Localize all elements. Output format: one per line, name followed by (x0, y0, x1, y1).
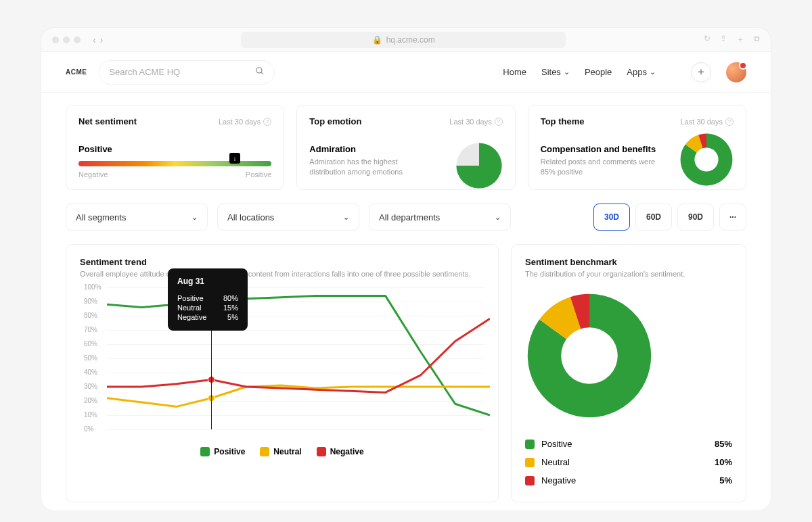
help-icon[interactable]: ? (263, 118, 271, 126)
range-90d[interactable]: 90D (677, 204, 714, 231)
legend-negative: Negative (317, 447, 364, 456)
svg-line-1 (261, 72, 263, 74)
nav-home[interactable]: Home (503, 67, 526, 77)
card-period[interactable]: Last 30 days? (219, 118, 271, 126)
add-button[interactable]: ＋ (691, 62, 711, 82)
chrome-actions: ↻ ⇪ ＋ ⧉ (704, 34, 760, 45)
card-period[interactable]: Last 30 days? (681, 118, 734, 126)
y-tick: 20% (84, 397, 97, 404)
forward-icon[interactable]: › (100, 34, 104, 45)
y-tick: 60% (84, 340, 97, 348)
chevron-down-icon: ⌄ (564, 68, 570, 76)
avatar[interactable] (726, 62, 746, 82)
y-tick: 10% (84, 411, 97, 419)
sentiment-gradient: ↓ (78, 161, 271, 166)
card-net-sentiment: Net sentiment Last 30 days? Positive ↓ N… (66, 105, 284, 190)
filter-locations[interactable]: All locations⌄ (217, 204, 359, 231)
legend-label: Neutral (273, 447, 301, 456)
y-tick: 30% (84, 383, 97, 390)
primary-nav: Home Sites⌄ People Apps⌄ ＋ (503, 62, 746, 82)
plus-icon: ＋ (696, 65, 706, 79)
browser-chrome: ‹ › 🔒 hq.acme.com ↻ ⇪ ＋ ⧉ (41, 27, 771, 51)
net-sentiment-value: Positive (78, 144, 271, 154)
kpi-row: Net sentiment Last 30 days? Positive ↓ N… (66, 105, 746, 190)
app-window: ACME Search ACME HQ Home Sites⌄ People A… (41, 51, 771, 511)
swatch (260, 447, 269, 456)
search-icon (255, 66, 265, 78)
panel-benchmark: Sentiment benchmark The distribution of … (511, 244, 746, 502)
bench-value: 5% (719, 475, 732, 485)
tooltip-row: Negative5% (177, 313, 238, 321)
card-period[interactable]: Last 30 days? (449, 118, 502, 126)
gradient-pos-label: Positive (246, 170, 272, 179)
trend-chart[interactable]: 0%10%20%30%40%50%60%70%80%90%100% 👆 Aug … (84, 287, 484, 443)
new-tab-icon[interactable]: ＋ (736, 34, 744, 45)
panel-trend: Sentiment trend Overall employee attitud… (66, 244, 499, 502)
swatch (200, 447, 210, 456)
theme-desc: Related posts and comments were 85% posi… (541, 157, 656, 178)
swatch (525, 458, 535, 467)
nav-arrows: ‹ › (93, 34, 103, 45)
tooltip-row: Positive80% (177, 294, 238, 302)
history-icon[interactable]: ↻ (704, 34, 710, 45)
panel-title: Sentiment trend (80, 257, 484, 267)
benchmark-donut (525, 291, 654, 420)
period-text: Last 30 days (449, 118, 491, 126)
swatch (525, 440, 535, 449)
bench-label: Negative (541, 475, 576, 485)
traffic-dot (74, 37, 81, 43)
select-value: All locations (227, 212, 274, 222)
help-icon[interactable]: ? (495, 118, 503, 126)
legend-positive: Positive (200, 447, 245, 456)
bench-label: Positive (541, 439, 572, 449)
card-top-emotion: Top emotion Last 30 days? Admiration Adm… (296, 105, 515, 190)
trend-lines (107, 287, 490, 429)
bench-value: 10% (715, 457, 732, 467)
nav-label: Sites (541, 67, 561, 77)
period-text: Last 30 days (681, 118, 723, 126)
emotion-desc: Admiration has the highest distribution … (309, 157, 424, 178)
swatch (317, 447, 326, 456)
benchmark-row: Neutral10% (525, 453, 732, 471)
benchmark-legend: Positive85%Neutral10%Negative5% (525, 435, 732, 490)
filter-segments[interactable]: All segments⌄ (66, 204, 208, 231)
select-value: All segments (76, 212, 126, 222)
gradient-neg-label: Negative (78, 170, 108, 179)
help-icon[interactable]: ? (725, 118, 734, 126)
legend-neutral: Neutral (260, 447, 301, 456)
period-text: Last 30 days (219, 118, 261, 126)
trend-legend: Positive Neutral Negative (80, 447, 484, 456)
emotion-pie (455, 142, 503, 189)
share-icon[interactable]: ⇪ (720, 34, 727, 45)
url-text: hq.acme.com (386, 35, 435, 45)
y-tick: 40% (84, 369, 97, 376)
panel-desc: Overall employee attitude over time. Eac… (80, 270, 484, 278)
nav-apps[interactable]: Apps⌄ (627, 67, 656, 77)
tabs-icon[interactable]: ⧉ (754, 34, 760, 45)
back-icon[interactable]: ‹ (93, 34, 96, 45)
nav-people[interactable]: People (585, 67, 612, 77)
y-tick: 100% (84, 283, 102, 291)
y-tick: 80% (84, 312, 97, 319)
nav-sites[interactable]: Sites⌄ (541, 67, 570, 77)
filter-row: All segments⌄ All locations⌄ All departm… (66, 204, 746, 231)
nav-label: Home (503, 67, 526, 77)
dashboard-body: Net sentiment Last 30 days? Positive ↓ N… (41, 93, 771, 511)
legend-label: Negative (330, 447, 364, 456)
y-tick: 70% (84, 326, 97, 333)
range-60d[interactable]: 60D (635, 204, 672, 231)
card-top-theme: Top theme Last 30 days? Compensation and… (528, 105, 746, 190)
filter-departments[interactable]: All departments⌄ (369, 204, 511, 231)
chevron-down-icon: ⌄ (495, 213, 501, 222)
traffic-dot (52, 37, 59, 43)
url-bar[interactable]: 🔒 hq.acme.com (241, 32, 566, 48)
panel-desc: The distribution of your organization's … (525, 270, 732, 278)
range-more[interactable]: ··· (719, 204, 746, 231)
legend-label: Positive (214, 447, 245, 456)
bench-label: Neutral (541, 457, 570, 467)
range-30d[interactable]: 30D (593, 204, 630, 231)
y-tick: 0% (84, 425, 93, 433)
theme-donut (679, 133, 734, 187)
search-input[interactable]: Search ACME HQ (99, 60, 275, 85)
y-tick: 90% (84, 298, 97, 305)
